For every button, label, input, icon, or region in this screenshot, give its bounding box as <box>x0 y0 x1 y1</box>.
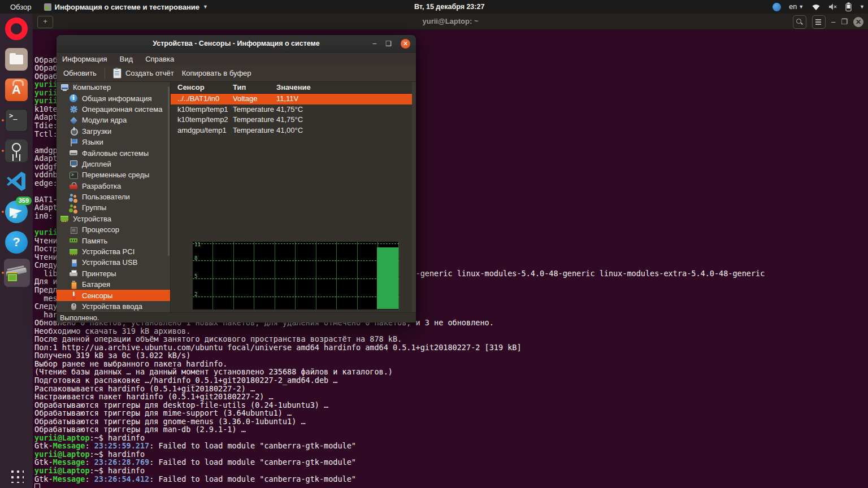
battery-icon[interactable] <box>845 2 852 11</box>
tree-item-mem[interactable]: Память <box>57 235 170 246</box>
dock-item-help[interactable] <box>0 227 33 258</box>
tree-item-display[interactable]: Дисплей <box>57 159 170 169</box>
dock-item-terminal[interactable] <box>0 105 33 136</box>
cell: 41,75°C <box>276 104 416 115</box>
app-menu-button[interactable]: Информация о системе и тестирование ▼ <box>44 3 208 11</box>
minimize-button[interactable]: – <box>831 16 835 28</box>
dock-item-opera[interactable] <box>0 14 33 44</box>
computer-icon <box>60 83 70 92</box>
hamburger-menu-icon[interactable] <box>812 15 826 29</box>
tree-item-usb[interactable]: Устройства USB <box>57 257 170 268</box>
clock[interactable]: Вт, 15 декабря 23:27 <box>414 0 484 14</box>
dock-item-camera-app[interactable] <box>0 136 33 166</box>
refresh-button[interactable]: Обновить <box>63 69 97 77</box>
menu-item-0[interactable]: Информация <box>62 55 107 63</box>
environment-icon <box>69 171 79 180</box>
tree-item-gear[interactable]: Операционная система <box>57 104 170 115</box>
sensor-row[interactable]: k10temp/temp2Temperature41,75°C <box>171 115 416 125</box>
keyboard-layout-indicator[interactable]: en ▼ <box>789 3 804 11</box>
close-button[interactable]: ✕ <box>401 39 410 49</box>
dock-item-telegram[interactable]: 359 <box>0 197 33 227</box>
sensor-row[interactable]: k10temp/temp1Temperature41,75°C <box>171 104 416 115</box>
tree-item-fs[interactable]: Файловые системы <box>57 147 170 158</box>
dock-item-ubuntu-software[interactable] <box>0 75 33 105</box>
dock-item-hardinfo[interactable] <box>0 258 33 288</box>
terminal-line: Настраивается пакет hardinfo (0.5.1+git2… <box>34 393 868 401</box>
running-indicator <box>2 211 4 213</box>
menu-item-1[interactable]: Вид <box>120 55 133 63</box>
tree-item-info[interactable]: Общая информация <box>57 93 170 103</box>
activities-button[interactable]: Обзор <box>8 3 34 11</box>
system-menu-chevron-icon[interactable]: ▼ <box>860 4 865 10</box>
column-header[interactable]: Значение <box>276 82 416 93</box>
tree-item-input[interactable]: Устройства ввода <box>57 301 170 312</box>
graph-y-tick-label: 11 <box>194 242 201 247</box>
tree-item-label: Компьютер <box>73 83 111 91</box>
input-devices-icon <box>69 302 79 311</box>
maximize-button[interactable]: ❑ <box>385 40 392 47</box>
processor-icon <box>69 225 79 234</box>
copy-to-clipboard-button[interactable]: Копировать в буфер <box>182 69 251 77</box>
dock-item-vscode[interactable] <box>0 166 33 197</box>
tree-item-label: Устройства PCI <box>82 247 134 256</box>
tree-item-lang[interactable]: Языки <box>57 137 170 147</box>
tree-item-label: Дисплей <box>82 160 111 168</box>
generate-report-button[interactable]: Создать отчёт <box>113 68 174 79</box>
sensor-row[interactable]: amdgpu/temp1Temperature41,00°C <box>171 125 416 136</box>
tree-item-devices[interactable]: Устройства <box>57 213 170 224</box>
sensor-row[interactable]: ../../BAT1/in0Voltage11,11V <box>171 94 416 104</box>
hardinfo-title: Устройства - Сенсоры - Информация о сист… <box>57 35 416 52</box>
show-applications-button[interactable] <box>0 464 33 487</box>
tree-item-groups[interactable]: Группы <box>57 202 170 213</box>
tree-item-label: Файловые системы <box>82 149 149 158</box>
table-scrollbar[interactable] <box>412 82 416 312</box>
wifi-icon[interactable] <box>811 3 821 11</box>
tree-item-pci[interactable]: Устройства PCI <box>57 246 170 257</box>
terminal-line: Необходимо скачать 319 kB архивов. <box>34 327 868 336</box>
tree-item-label: Модули ядра <box>82 116 127 124</box>
dock-item-files[interactable] <box>0 44 33 75</box>
search-icon[interactable] <box>793 15 806 29</box>
terminal-line: Подготовка к распаковке …/hardinfo_0.5.1… <box>34 376 868 385</box>
sensor-history-graph: 11852 <box>193 242 399 310</box>
unread-count-badge: 359 <box>16 197 32 205</box>
cell: Temperature <box>233 125 276 136</box>
column-header[interactable]: Сенсор <box>177 82 233 93</box>
tree-item-sensors[interactable]: Сенсоры <box>57 290 170 300</box>
tree-item-env[interactable]: Переменные среды <box>57 169 170 180</box>
vscode-icon <box>5 170 28 193</box>
devices-icon <box>60 214 70 223</box>
tree-item-label: Принтеры <box>82 269 116 278</box>
terminal-line: Обрабатываются триггеры для desktop-file… <box>34 401 868 409</box>
tree-item-label: Сенсоры <box>82 291 112 300</box>
tree-item-label: Память <box>82 237 107 245</box>
gear-icon <box>69 104 79 114</box>
maximize-button[interactable]: ❐ <box>841 16 848 28</box>
tree-item-users[interactable]: Пользователи <box>57 191 170 202</box>
tree-item-dev[interactable]: Разработка <box>57 181 170 191</box>
tree-item-batt[interactable]: Батарея <box>57 279 170 290</box>
terminal-titlebar[interactable]: + yurii@Laptop: ~ – ❐ ✕ <box>33 14 868 30</box>
tree-item-computer[interactable]: Компьютер <box>57 82 170 93</box>
menu-item-2[interactable]: Справка <box>145 55 174 63</box>
close-button[interactable]: ✕ <box>853 17 863 27</box>
column-header[interactable]: Тип <box>233 82 276 93</box>
hardinfo-titlebar[interactable]: Устройства - Сенсоры - Информация о сист… <box>57 35 416 53</box>
tree-item-printer[interactable]: Принтеры <box>57 268 170 279</box>
tree-item-label: Разработка <box>82 182 121 190</box>
tree-item-boot[interactable]: Загрузки <box>57 126 170 137</box>
tree-scrollbar[interactable] <box>168 86 170 256</box>
telegram-tray-icon[interactable] <box>772 3 781 11</box>
graph-y-tick-label: 2 <box>194 291 197 297</box>
tree-item-cpu[interactable]: Процессор <box>57 224 170 235</box>
tree-item-module[interactable]: Модули ядра <box>57 115 170 125</box>
battery-icon <box>69 280 79 289</box>
opera-icon <box>5 18 28 40</box>
tree-item-label: Устройства <box>73 215 111 223</box>
terminal-line: Получено 319 kB за 0с (3.022 kB/s) <box>34 351 868 360</box>
gridline <box>193 297 399 297</box>
tree-item-label: Переменные среды <box>82 171 149 179</box>
usb-icon <box>69 258 79 267</box>
volume-muted-icon[interactable] <box>828 3 837 11</box>
minimize-button[interactable]: – <box>373 40 377 47</box>
